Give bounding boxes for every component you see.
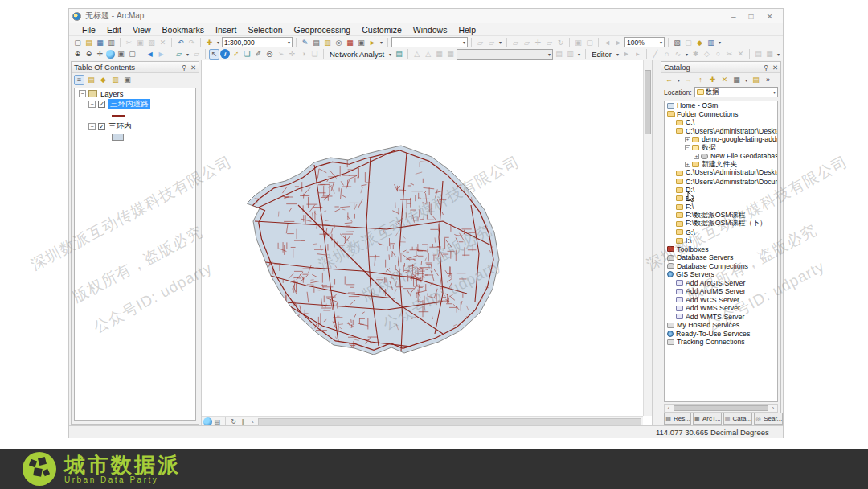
fixed-zoom-in-icon[interactable]: ▣: [116, 49, 126, 60]
catalog-item[interactable]: Add ArcGIS Server: [665, 279, 777, 288]
network-dataset-combo-arrow-icon[interactable]: ▾: [548, 51, 551, 57]
scale-combo[interactable]: 1:300,000▾: [222, 37, 293, 47]
expander-icon[interactable]: −: [79, 90, 86, 97]
expander-icon[interactable]: −: [88, 101, 96, 108]
zoom-page-width-icon[interactable]: ▱: [544, 37, 555, 47]
forward-extent-icon[interactable]: ▶: [156, 49, 166, 60]
full-extent-icon[interactable]: [106, 50, 115, 59]
dropdown-arrow-icon[interactable]: ▾: [615, 51, 620, 57]
catalog-close-icon[interactable]: ✕: [772, 64, 778, 72]
dropdown-arrow-icon[interactable]: ▾: [676, 77, 682, 83]
toc-pin-icon[interactable]: ⚲: [182, 64, 186, 72]
catalog-item[interactable]: D:\: [665, 186, 777, 195]
catalog-item[interactable]: Tracking Connections: [665, 338, 777, 347]
catalog-item[interactable]: Ready-To-Use Services: [665, 330, 777, 339]
dropdown-arrow-icon[interactable]: ▾: [776, 51, 781, 57]
toc-options-icon[interactable]: ▣: [122, 75, 133, 85]
menu-file[interactable]: File: [77, 24, 100, 35]
menu-windows[interactable]: Windows: [408, 24, 452, 35]
expander-icon[interactable]: +: [694, 154, 699, 159]
edit-vertices-icon[interactable]: ◇: [702, 49, 712, 60]
refresh-icon[interactable]: ↻: [229, 417, 238, 426]
dropdown-arrow-icon[interactable]: ▾: [684, 51, 690, 57]
catalog-pin-icon[interactable]: ⚲: [764, 64, 768, 72]
toc-row-layers[interactable]: −Layers: [75, 88, 195, 99]
hscroll-thumb[interactable]: [674, 405, 768, 411]
select-features-icon[interactable]: ▱: [174, 49, 184, 60]
toc-window-icon[interactable]: ▤: [311, 37, 321, 47]
close-button[interactable]: ✕: [767, 12, 773, 21]
catalog-item[interactable]: Database Connections: [665, 262, 777, 271]
edit-tool-icon[interactable]: ►: [621, 49, 632, 60]
hyperlink-icon[interactable]: ➶: [231, 49, 241, 60]
data-view-icon[interactable]: [203, 417, 212, 426]
contents-view-icon[interactable]: ▦: [731, 75, 742, 85]
dropdown-arrow-icon[interactable]: ▾: [387, 51, 393, 57]
zoom-percent-combo-arrow-icon[interactable]: ▾: [660, 39, 662, 45]
arc-segment-icon[interactable]: ∩: [661, 49, 672, 60]
menu-edit[interactable]: Edit: [102, 24, 126, 35]
menu-help[interactable]: Help: [453, 24, 481, 35]
menu-view[interactable]: View: [128, 24, 156, 35]
layer2-checkbox[interactable]: ✓: [98, 123, 105, 130]
find-route-icon[interactable]: ➢: [276, 49, 286, 60]
hscroll-left-icon[interactable]: ‹: [248, 417, 257, 426]
map-vertical-scrollbar[interactable]: [643, 60, 652, 416]
dropdown-arrow-icon[interactable]: ▾: [743, 77, 749, 83]
network-props-icon[interactable]: ▥: [565, 49, 575, 60]
zoom-100-icon[interactable]: ▱: [522, 37, 532, 47]
edit-annotation-icon[interactable]: ▸: [633, 49, 643, 60]
network-solve-icon[interactable]: ▦: [445, 49, 456, 60]
new-document-icon[interactable]: ▢: [72, 37, 83, 47]
catalog-item[interactable]: Add ArcIMS Server: [665, 287, 777, 296]
editor-label[interactable]: Editor: [589, 50, 614, 59]
create-viewer-icon[interactable]: ❏: [309, 49, 320, 60]
straight-segment-icon[interactable]: ╱: [650, 49, 661, 60]
launch-arcmap-icon[interactable]: ▤: [751, 75, 761, 85]
layout-view-icon[interactable]: ▤: [213, 417, 222, 426]
map-view[interactable]: ▤↻∥‹: [201, 60, 653, 427]
focus-dataframe-icon[interactable]: ▢: [683, 37, 694, 47]
catalog-item[interactable]: Home - OSm: [665, 101, 777, 110]
trace-tool-icon[interactable]: ∿: [673, 49, 683, 60]
toc-row-polygon-symbol[interactable]: [75, 132, 195, 142]
list-by-visibility-icon[interactable]: ◆: [98, 75, 108, 85]
print-icon[interactable]: ▥: [106, 37, 117, 47]
fixed-zoom-in-layout-icon[interactable]: ▣: [573, 37, 583, 47]
command-search-combo[interactable]: ▾: [391, 37, 468, 47]
modelbuilder-icon[interactable]: ►: [367, 37, 378, 47]
results-tab[interactable]: ▤Res...: [664, 413, 691, 425]
paste-icon[interactable]: ▧: [146, 37, 157, 47]
python-window-icon[interactable]: ▣: [356, 37, 366, 47]
menu-bookmarks[interactable]: Bookmarks: [158, 24, 210, 35]
map-canvas[interactable]: [202, 60, 644, 417]
measure-icon[interactable]: ✐: [253, 49, 264, 60]
viewer-window-icon[interactable]: ▱: [475, 37, 485, 47]
data-driven-pages-icon[interactable]: ◆: [694, 37, 705, 47]
catalog-item[interactable]: C:\: [665, 118, 777, 127]
dropdown-arrow-icon[interactable]: ▾: [185, 51, 190, 57]
menu-geoprocessing[interactable]: Geoprocessing: [289, 24, 356, 35]
fixed-zoom-out-layout-icon[interactable]: ▢: [584, 37, 595, 47]
zoom-percent-combo[interactable]: 100%▾: [624, 37, 665, 47]
catalog-up-one-level-icon[interactable]: ↑: [695, 75, 706, 85]
network-analyst-label[interactable]: Network Analyst: [327, 50, 387, 59]
zoom-out-icon[interactable]: ⊖: [84, 49, 94, 60]
time-slider-icon[interactable]: ◑: [298, 49, 309, 60]
back-extent-icon[interactable]: ◀: [145, 49, 155, 60]
catalog-item[interactable]: C:\Users\Administrator\Desktop\数据: [665, 169, 777, 178]
goto-xy-icon[interactable]: ✛: [287, 49, 297, 60]
command-search-combo-arrow-icon[interactable]: ▾: [463, 39, 465, 45]
catalog-item[interactable]: +demo-google-lating-address: [665, 135, 777, 144]
cut-icon[interactable]: ✂: [124, 37, 134, 47]
catalog-item[interactable]: F:\数据派OSM课程（下）: [665, 220, 777, 228]
catalog-tab[interactable]: ▥Cata...: [723, 413, 753, 425]
expander-icon[interactable]: −: [88, 123, 96, 130]
dropdown-arrow-icon[interactable]: ▾: [379, 39, 384, 45]
html-popup-icon[interactable]: ❏: [242, 49, 252, 60]
zoom-whole-page-icon[interactable]: ▱: [510, 37, 521, 47]
scale-combo-arrow-icon[interactable]: ▾: [288, 39, 290, 45]
pencil-sketch-icon[interactable]: ✎: [300, 37, 310, 47]
map-horizontal-scrollbar[interactable]: [258, 418, 641, 425]
toc-row-boundary-layer[interactable]: −✓三环内: [75, 121, 195, 132]
